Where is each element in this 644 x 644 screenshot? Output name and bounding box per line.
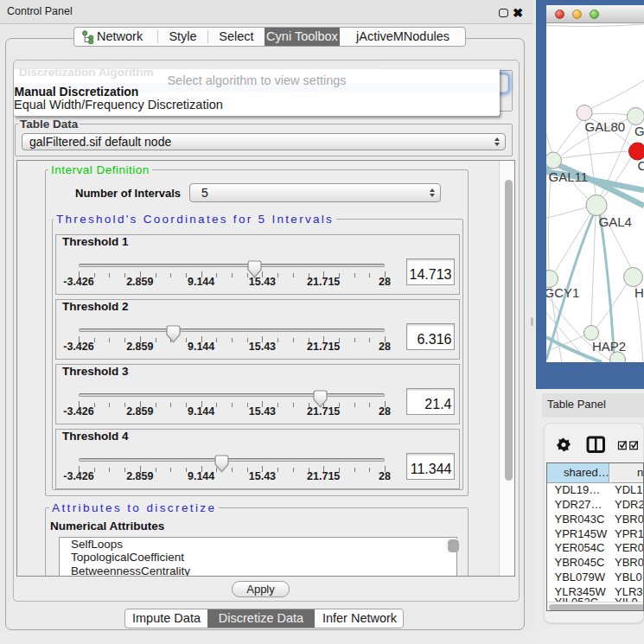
svg-text:GAL11: GAL11: [549, 169, 589, 184]
svg-text:GAL4: GAL4: [599, 214, 632, 229]
svg-text:GAL80: GAL80: [585, 119, 626, 134]
svg-text:CY: CY: [638, 158, 644, 173]
svg-text:HI: HI: [634, 285, 644, 300]
svg-text:HAP2: HAP2: [592, 339, 626, 354]
svg-text:GA: GA: [634, 124, 644, 138]
svg-text:GCY1: GCY1: [546, 285, 579, 300]
